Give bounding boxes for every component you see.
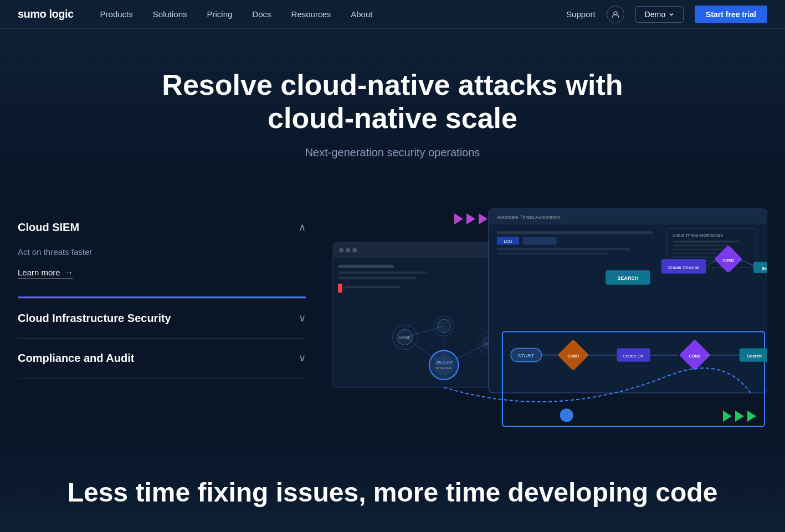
accordion-title-cloud-infra: Cloud Infrastructure Security xyxy=(18,312,171,325)
dash-row-2 xyxy=(338,271,427,273)
info-row-2 xyxy=(673,244,728,246)
chevron-up-icon: ∧ xyxy=(299,221,306,233)
bottom-section: Less time fixing issues, more time devel… xyxy=(0,433,785,532)
visualization-svg: NODE 192.0.2.4 INTERNAL EXT Au xyxy=(332,208,767,433)
dash-row-3 xyxy=(338,277,416,279)
demo-button[interactable]: Demo xyxy=(635,6,684,23)
nav-item-docs[interactable]: Docs xyxy=(252,9,271,19)
wf-node-create-ch-text: Create Ch. xyxy=(623,353,644,358)
wf-row-1 xyxy=(497,231,653,234)
wf-node-search-text: SEARCH xyxy=(617,275,638,280)
wf-row-3 xyxy=(497,252,608,254)
play-arrow-green-1 xyxy=(723,411,732,422)
bottom-title: Less time fixing issues, more time devel… xyxy=(18,477,767,508)
highlighted-node-sublabel: INTERNAL xyxy=(435,366,452,369)
nav-item-pricing[interactable]: Pricing xyxy=(207,9,233,19)
nav-item-products[interactable]: Products xyxy=(100,9,133,19)
chevron-down-icon xyxy=(669,12,674,17)
nav-links: Products Solutions Pricing Docs Resource… xyxy=(100,9,566,19)
wf-node-search-3-text: Search xyxy=(747,353,762,358)
arrow-right-icon: → xyxy=(65,268,73,277)
node-label-1: NODE xyxy=(399,336,411,340)
accordion-title-compliance: Compliance and Audit xyxy=(18,352,134,365)
info-title: Cloud Threat Architecture xyxy=(673,233,724,238)
hero-section: Resolve cloud-native attacks with cloud-… xyxy=(0,29,785,186)
window-dot-2 xyxy=(346,248,350,252)
svg-text:COND: COND xyxy=(722,258,734,262)
play-arrows-bottom xyxy=(723,411,756,422)
hero-title: Resolve cloud-native attacks with cloud-… xyxy=(143,69,642,135)
wf-node-search-2-text: Search xyxy=(762,266,767,270)
accordion-cloud-siem: Cloud SIEM ∧ Act on threats faster Learn… xyxy=(18,208,306,299)
support-link[interactable]: Support xyxy=(566,9,596,19)
left-panel: Cloud SIEM ∧ Act on threats faster Learn… xyxy=(18,208,306,433)
play-arrow-green-2 xyxy=(735,411,744,422)
blue-dot xyxy=(560,408,573,422)
svg-text:COND: COND xyxy=(567,354,579,357)
accordion-title-cloud-siem: Cloud SIEM xyxy=(18,221,79,234)
start-trial-button[interactable]: Start free trial xyxy=(695,6,767,23)
accordion-body-cloud-siem: Act on threats faster Learn more → xyxy=(18,247,306,292)
navbar: sumo logic Products Solutions Pricing Do… xyxy=(0,0,785,29)
dash-alert-text xyxy=(345,285,401,288)
wf-start-text: START xyxy=(517,352,534,358)
dash-row-1 xyxy=(338,264,394,268)
wf-tag-2 xyxy=(523,237,556,244)
workflow-title-text: Automate Threat Automation xyxy=(497,214,561,220)
nav-item-solutions[interactable]: Solutions xyxy=(153,9,187,19)
accordion-header-compliance[interactable]: Compliance and Audit ∨ xyxy=(18,339,306,378)
main-content: Cloud SIEM ∧ Act on threats faster Learn… xyxy=(0,208,785,433)
hero-subtitle: Next-generation security operations xyxy=(18,146,767,159)
window-dot-3 xyxy=(352,248,357,252)
user-icon[interactable] xyxy=(607,6,624,23)
play-arrows-top xyxy=(454,213,488,224)
accordion-header-cloud-siem[interactable]: Cloud SIEM ∧ xyxy=(18,208,306,247)
play-arrow-1 xyxy=(454,213,463,224)
wf-row-2 xyxy=(497,248,631,250)
dash-alert xyxy=(338,283,342,292)
chevron-down-icon-compliance: ∨ xyxy=(299,352,306,364)
play-arrow-green-3 xyxy=(747,411,756,422)
accordion-compliance: Compliance and Audit ∨ xyxy=(18,339,306,378)
info-row-4 xyxy=(673,252,717,254)
learn-more-link[interactable]: Learn more → xyxy=(18,268,73,279)
info-row-1 xyxy=(673,241,740,242)
wf-tag-1-text: LOG xyxy=(504,239,512,243)
active-indicator xyxy=(18,296,306,298)
nav-item-about[interactable]: About xyxy=(351,9,372,19)
window-dot-1 xyxy=(339,248,343,252)
logo[interactable]: sumo logic xyxy=(18,8,74,21)
nav-right: Support Demo Start free trial xyxy=(566,6,767,23)
wf-node-channel-text: Create Channel xyxy=(668,264,700,269)
cloud-siem-subtitle: Act on threats faster xyxy=(18,247,306,257)
nav-item-resources[interactable]: Resources xyxy=(291,9,331,19)
svg-text:COND: COND xyxy=(689,354,701,357)
accordion-header-cloud-infra[interactable]: Cloud Infrastructure Security ∨ xyxy=(18,299,306,338)
play-arrow-3 xyxy=(479,213,488,224)
accordion-cloud-infra: Cloud Infrastructure Security ∨ xyxy=(18,299,306,339)
right-panel: NODE 192.0.2.4 INTERNAL EXT Au xyxy=(332,208,767,433)
play-arrow-2 xyxy=(466,213,475,224)
chevron-down-icon-infra: ∨ xyxy=(299,312,306,324)
